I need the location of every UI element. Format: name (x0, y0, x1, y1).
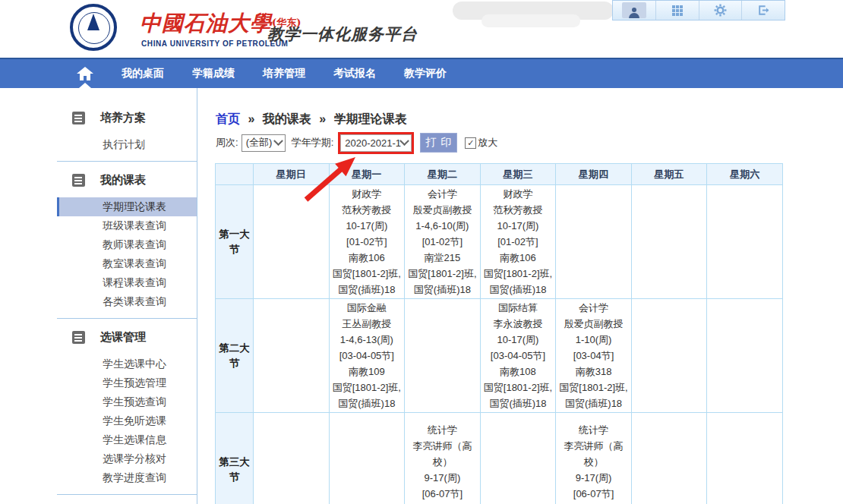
sidebar-item[interactable]: 学生免听选课 (57, 411, 197, 430)
course-line: 国际结算 (481, 300, 555, 316)
course-line: 国贸[1801-2]班, (481, 266, 555, 282)
main-navbar: 我的桌面学籍成绩培养管理考试报名教学评价 (0, 58, 843, 88)
course-line: 统计学 (557, 422, 630, 438)
sidebar-item[interactable]: 班级课表查询 (57, 216, 197, 235)
course-block: 会计学殷爱贞副教授1-4,6-10(周)[01-02节]南堂215国贸[1801… (406, 186, 479, 298)
sidebar-item[interactable]: 教学进度查询 (57, 468, 197, 487)
header-icon-toolbar (612, 0, 785, 20)
course-line: 南教118 (557, 502, 630, 504)
day-header: 星期一 (329, 164, 405, 185)
filter-row: 周次: (全部) 学年学期: 2020-2021-1 打 印 ✓ 放大 (216, 131, 497, 155)
course-line: 国贸(插班)18 (330, 282, 404, 298)
user-icon[interactable] (613, 1, 655, 20)
active-tab-notch (79, 83, 91, 88)
course-line: 范秋芳教授 (330, 202, 404, 218)
sidebar-item[interactable]: 各类课表查询 (57, 292, 197, 311)
zoom-checkbox[interactable]: ✓ (465, 137, 476, 149)
settings-gear-icon[interactable] (699, 1, 742, 20)
timetable-wrap: 星期日星期一星期二星期三星期四星期五星期六 第一大节财政学范秋芳教授10-17(… (215, 163, 783, 504)
sidebar-item[interactable]: 教师课表查询 (57, 235, 197, 254)
course-line: 殷爱贞副教授 (557, 316, 630, 332)
week-select[interactable]: (全部) (242, 134, 286, 152)
course-line: 李亮讲师（高 (557, 438, 630, 454)
nav-item[interactable]: 教学评价 (404, 67, 447, 80)
timetable-cell (707, 299, 783, 413)
timetable-cell: 财政学范秋芳教授10-17(周)[01-02节]南教106国贸[1801-2]班… (480, 185, 556, 299)
course-line: 南教106 (330, 250, 404, 266)
week-filter-label: 周次: (216, 136, 238, 150)
breadcrumb: 首页 » 我的课表 » 学期理论课表 (216, 112, 407, 128)
timetable-cell (329, 413, 405, 504)
notes-icon (72, 112, 85, 124)
course-line: 国贸(插班)18 (557, 395, 630, 411)
zoom-checkbox-wrap[interactable]: ✓ 放大 (465, 136, 497, 150)
timetable-cell: 财政学范秋芳教授10-17(周)[01-02节]南教106国贸[1801-2]班… (329, 185, 405, 299)
timetable-row: 第二大节国际金融王丛副教授1-4,6-13(周)[03-04-05节]南教109… (216, 299, 783, 413)
notes-icon (72, 174, 85, 187)
user-icon-tile (622, 2, 646, 18)
course-line: 10-17(周) (481, 218, 555, 234)
sidebar-section-divider (57, 494, 197, 495)
sidebar-item[interactable]: 学生预选查询 (57, 392, 197, 411)
course-line: 1-4,6-10(周) (406, 218, 479, 234)
sidebar-item[interactable]: 学生选课中心 (57, 354, 197, 373)
course-line: 1-10(周) (557, 332, 630, 348)
sidebar-item[interactable]: 选课学分核对 (57, 449, 197, 468)
course-block: 财政学范秋芳教授10-17(周)[01-02节]南教106国贸[1801-2]班… (330, 186, 404, 298)
sidebar-item-list: 学期理论课表班级课表查询教师课表查询教室课表查询课程课表查询各类课表查询 (57, 197, 197, 311)
sidebar-item[interactable]: 课程课表查询 (57, 273, 197, 292)
course-line: [03-04-05节] (481, 348, 555, 364)
term-select[interactable]: 2020-2021-1 (340, 134, 412, 152)
nav-item[interactable]: 我的桌面 (122, 67, 164, 80)
timetable-cell (254, 185, 330, 299)
sidebar-item[interactable]: 教室课表查询 (57, 254, 197, 273)
timetable-cell (631, 299, 707, 413)
apps-grid-icon[interactable] (655, 1, 699, 20)
university-name-en: CHINA UNIVERSITY OF PETROLEUM (141, 39, 289, 48)
sidebar-item-active[interactable]: 学期理论课表 (57, 197, 197, 216)
course-line: 国贸(插班)18 (406, 282, 479, 298)
sidebar-section-title: 选课管理 (100, 330, 146, 345)
course-line: 统计学 (406, 422, 479, 438)
timetable-cell: 国际金融王丛副教授1-4,6-13(周)[03-04-05节]南教109国贸[1… (329, 299, 405, 413)
course-block: 国际金融王丛副教授1-4,6-13(周)[03-04-05节]南教109国贸[1… (330, 300, 404, 411)
logout-icon[interactable] (741, 1, 785, 20)
course-line: 会计学 (557, 300, 630, 316)
term-filter-label: 学年学期: (292, 136, 334, 150)
university-logo (70, 4, 117, 51)
period-label: 第三大节 (216, 413, 254, 504)
sidebar-section-title: 我的课表 (100, 173, 146, 187)
course-line: 国贸[1801-2]班, (330, 380, 404, 395)
sidebar-item[interactable]: 学生预选管理 (57, 373, 197, 392)
course-line: 国贸(插班)18 (481, 282, 555, 298)
sidebar-item[interactable]: 执行计划 (57, 135, 197, 154)
timetable-cell: 统计学李亮讲师（高校）9-17(周)[06-07节]南教214 (405, 413, 481, 504)
sidebar-item-list: 学生选课中心学生预选管理学生预选查询学生免听选课学生选课信息选课学分核对教学进度… (57, 354, 197, 487)
course-line: [01-02节] (330, 234, 404, 250)
course-line: 王丛副教授 (330, 316, 404, 332)
course-line: [01-02节] (481, 234, 555, 250)
day-header: 星期五 (631, 164, 707, 185)
timetable-cell: 统计学李亮讲师（高校）9-17(周)[06-07节]南教118 (556, 413, 632, 504)
nav-item[interactable]: 考试报名 (333, 67, 376, 80)
chevron-down-icon (399, 136, 409, 146)
home-icon[interactable] (76, 66, 94, 81)
sidebar-section-header: 选课管理 (57, 326, 197, 348)
nav-item[interactable]: 培养管理 (263, 67, 305, 80)
corner-cell (216, 164, 254, 185)
breadcrumb-home-link[interactable]: 首页 (216, 112, 240, 125)
breadcrumb-item: 我的课表 (263, 112, 311, 125)
day-header: 星期六 (707, 164, 783, 185)
course-line: 南教108 (481, 364, 555, 380)
course-line: 南堂215 (406, 250, 479, 266)
course-line: 校） (557, 454, 630, 470)
course-line: 校） (406, 454, 479, 470)
timetable-cell (254, 299, 330, 413)
course-line: 10-17(周) (330, 218, 404, 234)
course-line: [06-07节] (557, 486, 630, 502)
print-button[interactable]: 打 印 (420, 133, 457, 153)
period-label: 第二大节 (216, 299, 254, 413)
sidebar-item[interactable]: 学生选课信息 (57, 430, 197, 449)
course-block: 国际结算李永波教授10-17(周)[03-04-05节]南教108国贸[1801… (481, 300, 555, 411)
nav-item[interactable]: 学籍成绩 (192, 67, 235, 80)
